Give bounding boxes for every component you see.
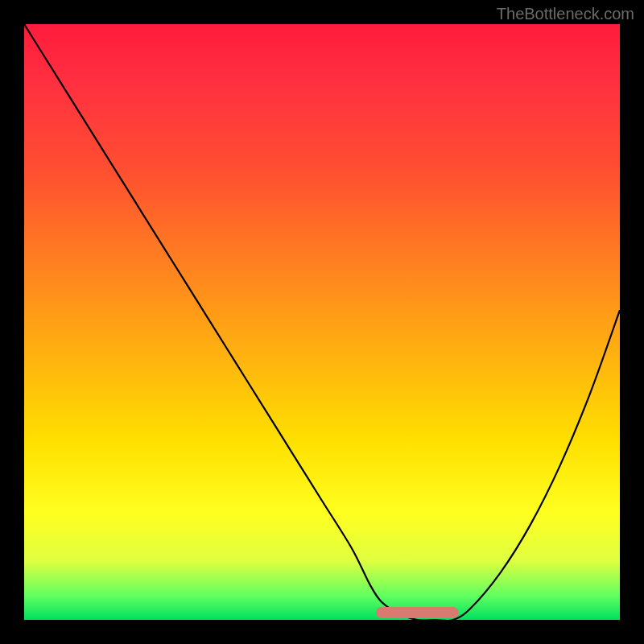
optimal-range-marker (376, 607, 460, 618)
watermark-text: TheBottleneck.com (497, 5, 634, 23)
plot-area (24, 24, 620, 620)
bottleneck-curve (24, 24, 620, 620)
curve-svg (24, 24, 620, 620)
chart-frame: TheBottleneck.com (0, 0, 644, 644)
